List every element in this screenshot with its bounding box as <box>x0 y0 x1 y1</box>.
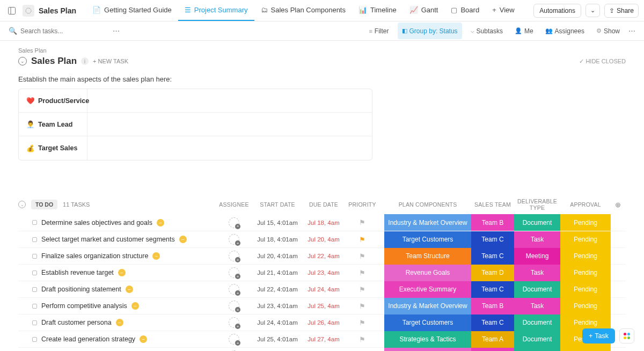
due-date-cell[interactable]: Jul 27, 4am <box>302 336 346 342</box>
task-row[interactable]: Select target market and customer segmen… <box>18 231 626 247</box>
field-value[interactable] <box>87 89 372 112</box>
due-date-cell[interactable]: Jul 22, 4am <box>302 253 346 259</box>
col-priority[interactable]: Priority <box>346 201 379 208</box>
start-date-cell[interactable]: Jul 25, 4:01am <box>253 336 302 342</box>
approval-pill[interactable]: Pending <box>560 214 611 231</box>
start-date-cell[interactable]: Jul 24, 4:01am <box>253 319 302 326</box>
add-column-icon[interactable]: ⊕ <box>611 201 626 209</box>
start-date-cell[interactable]: Jul 22, 4:01am <box>253 286 302 292</box>
more-icon[interactable]: ⋯ <box>628 27 635 35</box>
hide-closed-button[interactable]: ✓ HIDE CLOSED <box>579 58 626 65</box>
col-deliverable-type[interactable]: Deliverable Type <box>514 198 560 211</box>
show-button[interactable]: ⚙Show <box>593 26 623 36</box>
sales-team-pill[interactable]: Team C <box>471 248 514 265</box>
approval-pill[interactable]: Pending <box>560 231 611 248</box>
sales-team-pill[interactable]: Team A <box>471 331 514 348</box>
filter-button[interactable]: ≡Filter <box>365 26 392 36</box>
due-date-cell[interactable]: Jul 24, 4am <box>302 286 346 292</box>
assignee-avatar-icon[interactable] <box>229 317 239 328</box>
tab-board[interactable]: ▢Board <box>444 0 486 21</box>
approval-pill[interactable]: Pending <box>560 281 611 298</box>
start-date-cell[interactable]: Jul 21, 4:01am <box>253 269 302 276</box>
plan-component-pill[interactable]: Target Customers <box>384 231 471 248</box>
task-name[interactable]: Determine sales objectives and goals <box>41 219 152 226</box>
subtask-badge-icon[interactable]: – <box>152 252 160 260</box>
plan-component-pill[interactable]: Revenue Goals <box>384 265 471 281</box>
workspace-name[interactable]: Sales Plan <box>39 6 76 15</box>
subtask-badge-icon[interactable]: – <box>179 236 187 243</box>
subtask-badge-icon[interactable]: – <box>126 286 133 293</box>
priority-flag-icon[interactable]: ⚑ <box>346 269 379 277</box>
assignee-avatar-icon[interactable] <box>229 234 239 245</box>
me-button[interactable]: 👤Me <box>511 26 537 36</box>
status-checkbox[interactable] <box>32 320 37 325</box>
priority-flag-icon[interactable]: ⚑ <box>346 218 379 226</box>
sales-team-pill[interactable]: Team C <box>471 281 514 298</box>
search-more-icon[interactable]: ⋯ <box>109 27 123 35</box>
assignee-avatar-icon[interactable] <box>229 217 239 228</box>
workspace-icon[interactable] <box>23 5 34 17</box>
plan-component-pill[interactable]: Team Structure <box>384 248 471 265</box>
task-name[interactable]: Select target market and customer segmen… <box>41 236 175 243</box>
due-date-cell[interactable]: Jul 20, 4am <box>302 236 346 243</box>
sales-team-pill[interactable]: Team B <box>471 348 514 352</box>
assignee-cell[interactable] <box>215 251 253 261</box>
assignees-button[interactable]: 👥Assignees <box>542 26 588 36</box>
priority-flag-icon[interactable]: ⚑ <box>346 286 379 294</box>
search-input[interactable] <box>20 27 106 35</box>
tab-timeline[interactable]: 📊Timeline <box>352 0 403 21</box>
deliverable-pill[interactable]: Document <box>514 315 560 331</box>
plan-component-pill[interactable]: Industry & Market Overview <box>384 298 471 315</box>
tab-gantt[interactable]: 📈Gantt <box>403 0 445 21</box>
deliverable-pill[interactable]: Document <box>514 331 560 348</box>
automations-chevron-icon[interactable]: ⌄ <box>586 4 600 17</box>
breadcrumb[interactable]: Sales Plan <box>18 47 626 54</box>
task-name[interactable]: Finalize sales organization structure <box>41 252 148 260</box>
approval-pill[interactable]: Pending <box>560 265 611 281</box>
subtask-badge-icon[interactable]: – <box>157 219 164 226</box>
task-row[interactable]: Perform competitive analysis – Jul 23, 4… <box>18 297 626 314</box>
field-value[interactable] <box>87 136 372 160</box>
priority-flag-icon[interactable]: ⚑ <box>346 252 379 260</box>
due-date-cell[interactable]: Jul 26, 4am <box>302 319 346 326</box>
automations-button[interactable]: Automations <box>533 4 581 18</box>
task-row[interactable]: Draft positioning statement – Jul 22, 4:… <box>18 281 626 297</box>
deliverable-pill[interactable]: Document <box>514 214 560 231</box>
status-checkbox[interactable] <box>32 220 37 225</box>
task-name[interactable]: Draft customer persona <box>41 319 112 326</box>
sales-team-pill[interactable]: Team D <box>471 265 514 281</box>
priority-flag-icon[interactable]: ⚑ <box>346 302 379 310</box>
col-plan-components[interactable]: Plan Components <box>384 201 471 208</box>
approval-pill[interactable]: Pending <box>560 298 611 315</box>
approval-pill[interactable]: Pending <box>560 348 611 352</box>
col-assignee[interactable]: Assignee <box>215 201 253 208</box>
assignee-cell[interactable] <box>215 284 253 295</box>
share-button[interactable]: ⇪Share <box>604 4 639 18</box>
start-date-cell[interactable]: Jul 23, 4:01am <box>253 303 302 309</box>
deliverable-pill[interactable]: Document <box>514 348 560 352</box>
deliverable-pill[interactable]: Meeting <box>514 248 560 265</box>
start-date-cell[interactable]: Jul 18, 4:01am <box>253 236 302 243</box>
new-task-link[interactable]: + NEW TASK <box>93 58 128 64</box>
status-checkbox[interactable] <box>32 287 37 292</box>
task-row[interactable]: Draft customer persona – Jul 24, 4:01am … <box>18 314 626 331</box>
priority-flag-icon[interactable]: ⚑ <box>346 236 379 244</box>
plan-component-pill[interactable]: Revenue Goals <box>384 348 471 352</box>
info-icon[interactable]: i <box>81 57 89 65</box>
sales-team-pill[interactable]: Team B <box>471 214 514 231</box>
due-date-cell[interactable]: Jul 23, 4am <box>302 269 346 276</box>
assignee-cell[interactable] <box>215 217 253 228</box>
collapse-caret-icon[interactable]: ⌄ <box>18 57 27 65</box>
due-date-cell[interactable]: Jul 25, 4am <box>302 303 346 309</box>
sidebar-toggle-icon[interactable] <box>5 4 18 17</box>
tab-project-summary[interactable]: ☰Project Summary <box>178 0 254 21</box>
deliverable-pill[interactable]: Task <box>514 265 560 281</box>
approval-pill[interactable]: Pending <box>560 248 611 265</box>
status-checkbox[interactable] <box>32 304 37 309</box>
task-name[interactable]: Create lead generation strategy <box>41 335 135 343</box>
priority-flag-icon[interactable]: ⚑ <box>346 319 379 327</box>
tab-getting-started-guide[interactable]: 📄Getting Started Guide <box>86 0 178 21</box>
tab-sales-plan-components[interactable]: 🗂Sales Plan Components <box>254 0 352 21</box>
status-checkbox[interactable] <box>32 337 37 342</box>
priority-flag-icon[interactable]: ⚑ <box>346 335 379 343</box>
